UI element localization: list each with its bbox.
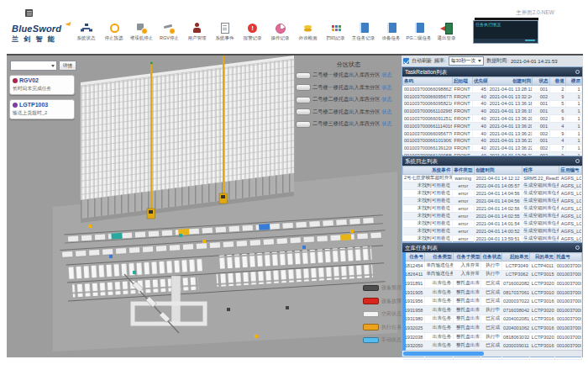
column-header[interactable]: 任务号 [403,253,425,262]
detail-button[interactable]: 详情 [59,61,76,71]
table-cell: 生成空箱回库任务请求 [522,182,559,190]
toolbar-item-stop-picking[interactable]: 停止拣选 [100,23,128,40]
table-row[interactable]: 1931891出库任务整托盘出库已完成0716002082LCTP3020001… [403,279,582,288]
table-row[interactable]: 0010037000661019061FRONT402021-04-01 13:… [403,137,582,145]
table-row[interactable]: 未找到可用巷道error2021-04-01 14:04:56生成空箱回库任务请… [403,198,582,205]
table-row[interactable]: 未找到可用巷道error2021-04-01 14:00:52生成空箱回库任务请… [403,228,582,235]
toolbar-item-scan-records[interactable]: 扫码记录 [322,23,349,40]
table-row[interactable]: 1931905出库任务整托盘出库已完成0817037061LCTP3010001… [403,288,582,297]
column-header[interactable]: 创建时间 [488,77,533,86]
alarm-card[interactable]: RGV02长时间未完成任务 [9,75,75,95]
column-header[interactable]: 任务子类型 [453,253,481,262]
zone-toggle[interactable] [296,97,311,103]
toolbar-item-device-check[interactable]: 外设检测 [294,23,322,40]
table-cell: AGFS_LC2 [559,220,582,228]
table-cell: 0818063032 [501,332,530,341]
table-row[interactable]: 0010037000661102965FRONT402021-04-01 13:… [403,108,582,115]
table-row[interactable]: 未找到可用巷道error2021-04-01 14:01:54生成空箱回库任务请… [403,220,582,228]
table-row[interactable]: 1931956出库任务整托盘出库已完成0200037022LCTP3016001… [403,297,582,306]
toolbar-item-system-events[interactable]: 系统事件 [211,23,239,40]
zone-toggle[interactable] [296,108,311,115]
table-row[interactable]: 1931958出库任务整托盘出库执行中0716038042LCTP3020001… [403,305,582,314]
column-header[interactable]: 创建时间 [475,166,522,175]
column-header[interactable]: 事件类型 [452,166,475,175]
column-header[interactable]: 楼层 [565,77,581,86]
table-row[interactable]: 1932050出库任务整托盘出库已完成0200039011LCTP3016001… [403,341,582,351]
toolbar-item-system-status[interactable]: 系统状态 [72,23,100,40]
data-time-label: 数据时间: [486,57,508,65]
table-row[interactable]: 1826411单向输送任务入库异常执行中LCTP3062LCTP30150010… [403,270,582,279]
column-header[interactable]: 起始端 [452,77,472,86]
table-row[interactable]: 1812454单向输送任务入库异常执行中LCTP3049LCTP40110010… [403,262,582,271]
column-header[interactable]: 状态 [533,77,549,86]
toolbar-item-label: RGV停止 [155,35,183,40]
column-header[interactable]: 条码 [403,77,453,86]
table-cell: 001003700066045 [555,270,582,279]
mini-window-thumbnail[interactable]: 任务执行情况 [473,20,538,44]
table-row[interactable]: 0010037000660988623FRONT452021-04-01 13:… [403,86,582,93]
table-cell: 未找到可用巷道 [403,182,453,190]
table-row[interactable]: 0010037000661114016FRONT402021-04-01 13:… [403,122,582,130]
auto-refresh-checkbox[interactable] [403,58,409,64]
zone-status-link[interactable]: 状态 [381,96,391,103]
zone-row: 二号楼一楼托盘出入库西分区状态 [296,71,402,79]
column-header[interactable]: 任务类型 [424,253,453,262]
toolbar-item-device-tasks[interactable]: 设备任务 [377,23,405,40]
column-header[interactable]: 系统事件 [403,166,453,175]
panel-collapse-icon[interactable] [575,70,580,75]
device-search-select[interactable] [10,61,57,71]
column-header[interactable]: 应用编号 [559,166,582,175]
column-header[interactable]: 托盘号 [555,253,582,262]
warehouse-3d-area: 详情 RGV02长时间未完成任务LGTP1003输送上货超时_2 分区状态 二号… [7,56,402,357]
toolbar-item-rgv-stop[interactable]: RGV停止 [155,23,183,40]
column-header[interactable]: 目的单元 [530,253,555,262]
column-header[interactable]: 任务状态 [481,253,501,262]
panel-collapse-icon[interactable] [575,159,580,164]
table-cell: 001003700066606 [555,332,582,341]
table-row[interactable]: 2号七层穿梭车超时异常未处理warning2021-04-01 14:12:12… [403,175,582,182]
frequency-select[interactable]: 每30秒一次 [449,56,485,66]
table-row[interactable]: 1931980出库任务整托盘出库已完成0204002081LCTP3016001… [403,314,582,324]
column-header[interactable]: 优先级 [473,77,488,86]
table-row[interactable]: 1932025出库任务整托盘出库已完成0204001062LCTP3016001… [403,324,582,333]
alarm-card[interactable]: LGTP1003输送上货超时_2 [9,99,75,119]
table-row[interactable]: 0010037000660958216FRONT402021-04-01 13:… [403,100,582,108]
zone-toggle[interactable] [296,72,311,79]
zone-status-link[interactable]: 状态 [381,71,391,79]
table-cell: LCTP3016 [530,341,555,351]
scrollbar-thumb[interactable] [403,352,484,356]
toolbar-item-main-tasks[interactable]: 主任务记录 [349,23,377,40]
table-row[interactable]: 未找到可用巷道error2021-04-01 14:02:56生成空箱回库任务请… [403,205,582,213]
toolbar-item-alarm-records[interactable]: 报警记录 [239,23,266,40]
zone-status-link[interactable]: 状态 [381,108,391,116]
book-icon [412,23,426,34]
table-row[interactable]: 0010037000661391200FRONT402021-04-01 13:… [403,145,582,152]
toolbar-item-stacker-stop[interactable]: 堆垛机停止 [128,23,155,40]
zone-toggle[interactable] [296,84,311,91]
table-cell: 001003700066606 [555,324,582,333]
coins-icon [302,23,315,34]
table-row[interactable]: 未找到可用巷道error2021-04-01 14:05:57生成空箱回库任务请… [403,182,582,190]
legend-item: 空闲状态 [363,310,402,318]
column-header[interactable]: 起始单元 [501,253,530,262]
column-header[interactable]: 巷道 [549,77,565,86]
table-row[interactable]: 0010037000660912512FRONT402021-04-01 13:… [403,115,582,123]
window-tab-label: 主界面2.0-NEW [516,9,554,17]
zone-status-link[interactable]: 状态 [381,84,391,92]
table-row[interactable]: 1932038出库任务整托盘出库执行中0818063032LCTP3020001… [403,332,582,341]
toolbar-item-pg-tasks[interactable]: PG二级任务 [405,23,433,40]
table-row[interactable]: 0010037000660956770FRONT402021-04-01 13:… [403,92,582,100]
toolbar-item-op-records[interactable]: 操作记录 [266,23,294,40]
horizontal-scrollbar[interactable] [402,350,582,357]
toolbar-item-logout[interactable]: 退出登录 [433,23,460,40]
table-row[interactable]: 0010037000660956770FRONT402021-04-01 13:… [403,130,582,137]
column-header[interactable]: 程序 [522,166,559,175]
zone-status-link[interactable]: 状态 [381,120,391,128]
table-row[interactable]: 未找到可用巷道error2021-04-01 14:04:56生成空箱回库任务请… [403,190,582,198]
panel-collapse-icon[interactable] [575,246,580,251]
zone-toggle[interactable] [296,121,311,128]
toolbar-item-user-admin[interactable]: 用户管理 [183,23,211,40]
header-row: 条码起始端优先级创建时间状态巷道楼层 [403,77,582,86]
system-log-panel: 系统日志列表 系统事件事件类型创建时间程序应用编号2号七层穿梭车超时异常未处理w… [402,156,583,242]
table-row[interactable]: 未找到可用巷道error2021-04-01 14:02:55生成空箱回库任务请… [403,213,582,220]
